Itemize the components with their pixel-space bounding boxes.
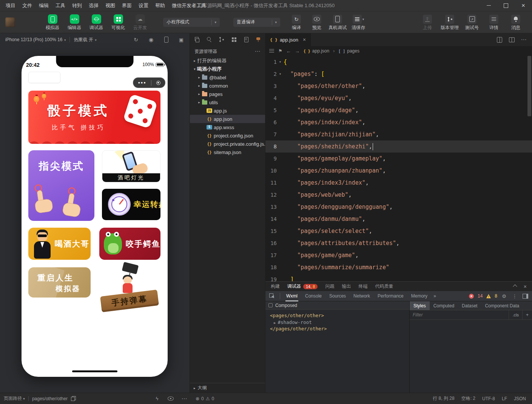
close-icon[interactable]	[515, 0, 532, 11]
maximize-icon[interactable]	[497, 0, 515, 11]
code-line[interactable]: 17 "pages/game/game",	[265, 249, 532, 261]
debugger-panel-tab-问题[interactable]: 问题	[325, 283, 334, 290]
toolbar-button-上传[interactable]: 上传	[419, 15, 436, 30]
rotate-icon[interactable]	[133, 37, 139, 43]
devtools-tab-Performance[interactable]: Performance	[377, 291, 404, 301]
menu-item-设置[interactable]: 设置	[135, 0, 152, 11]
outline-section[interactable]: ▸ 大纲	[190, 383, 265, 393]
tile-lucky-wheel[interactable]: 幸运转盘	[102, 189, 160, 220]
problems-indicator[interactable]: ⊗ 0 ⚠ 0	[196, 396, 214, 401]
editor-scrollbar[interactable]	[527, 56, 531, 116]
code-line[interactable]: 19 ]	[265, 273, 532, 281]
tree-item-sitemap.json[interactable]: {}sitemap.json	[190, 148, 265, 156]
window-icon[interactable]	[194, 37, 200, 43]
close-tab-icon[interactable]: ×	[303, 37, 306, 43]
menu-item-视图[interactable]: 视图	[102, 0, 119, 11]
code-line[interactable]: 4 "pages/eyu/eyu",	[265, 92, 532, 104]
menu-item-微信开发者工具[interactable]: 微信开发者工具	[168, 0, 210, 11]
cls-toggle[interactable]: .cls	[509, 310, 522, 319]
tree-item-utils[interactable]: ▸utils	[190, 98, 265, 106]
page-path-selector[interactable]: 页面路径 ▾	[4, 395, 25, 402]
avatar[interactable]	[5, 17, 15, 27]
explorer-section-喝酒小程序[interactable]: ▾喝酒小程序	[190, 65, 265, 73]
styles-tab-Computed[interactable]: Computed	[430, 301, 458, 310]
code-line[interactable]: 11 "pages/index3/index",	[265, 177, 532, 189]
devtools-tab-Network[interactable]: Network	[353, 291, 371, 301]
action-button-预览[interactable]: 预览	[308, 15, 325, 30]
more-actions-icon[interactable]	[254, 48, 261, 54]
device-icon[interactable]	[163, 37, 169, 43]
code-line[interactable]: 1▾{	[265, 56, 532, 68]
open-preview-icon[interactable]	[497, 37, 503, 43]
minimize-icon[interactable]	[480, 0, 497, 11]
bolt-icon[interactable]	[154, 396, 160, 402]
chevron-down-icon[interactable]: ▾	[362, 17, 364, 21]
menu-item-项目[interactable]: 项目	[2, 0, 19, 11]
toolbar-button-模拟器[interactable]: 模拟器	[44, 14, 61, 30]
code-line[interactable]: 13 "pages/dengguang/dengguang",	[265, 201, 532, 213]
tile-fingertip-mode[interactable]: 指尖模式	[28, 150, 94, 221]
back-icon[interactable]: ←	[286, 48, 291, 54]
tile-bar-light[interactable]: 酒吧灯光	[102, 150, 160, 182]
code-line[interactable]: 3 "pages/other/other",	[265, 80, 532, 92]
tile-handheld-danmu[interactable]: 手持弹幕	[100, 264, 160, 310]
code-line[interactable]: 8 "pages/shezhi/shezhi",	[265, 140, 532, 153]
debugger-panel-tab-调试器[interactable]: 调试器14,8	[287, 283, 318, 290]
screenshot-icon[interactable]	[178, 37, 184, 43]
warning-count-icon[interactable]	[486, 294, 491, 298]
code-editor[interactable]: 1▾{2▾ "pages": [3 "pages/other/other",4 …	[265, 56, 532, 281]
tree-item-project.config.json[interactable]: {}project.config.json	[190, 131, 265, 140]
forward-icon[interactable]: →	[295, 48, 300, 54]
tree-item-pages[interactable]: ▸pages	[190, 90, 265, 98]
copy-icon[interactable]	[71, 396, 76, 401]
eye-icon[interactable]	[168, 396, 174, 402]
composed-checkbox[interactable]	[268, 303, 273, 307]
action-button-清缓存[interactable]: ▾清缓存	[350, 15, 367, 30]
code-line[interactable]: 5 "pages/dage/dage",	[265, 104, 532, 116]
close-panel-icon[interactable]: ×	[524, 284, 527, 289]
status-item[interactable]: JSON	[514, 396, 526, 401]
toolbar-button-详情[interactable]: 详情	[485, 15, 503, 30]
bookmark-icon[interactable]	[278, 48, 282, 54]
devtools-tab-Wxml[interactable]: Wxml	[285, 291, 298, 301]
code-line[interactable]: 9 "pages/gameplay/gameplay",	[265, 153, 532, 165]
menu-item-编辑[interactable]: 编辑	[35, 0, 52, 11]
devtools-tab-Memory[interactable]: Memory	[410, 291, 428, 301]
styles-tab-Styles[interactable]: Styles	[410, 301, 430, 310]
fold-arrow-icon[interactable]: ▾	[277, 68, 284, 80]
debugger-panel-tab-代码质量[interactable]: 代码质量	[375, 283, 393, 290]
gear-icon[interactable]	[501, 293, 507, 299]
toolbar-button-可视化[interactable]: 可视化	[109, 14, 127, 30]
banner-tile-dice-mode[interactable]: 骰子模式 比手气 拼技巧	[28, 91, 160, 144]
more-icon[interactable]	[521, 37, 527, 43]
action-button-编译[interactable]: 编译	[288, 15, 305, 30]
wxml-close-tag[interactable]: </pages/other/other>	[270, 325, 405, 332]
menu-item-文件[interactable]: 文件	[19, 0, 35, 11]
tab-app-json[interactable]: { } app.json ×	[265, 33, 311, 46]
devtools-tab-Sources[interactable]: Sources	[328, 291, 347, 301]
tree-item-app.wxss[interactable]: Sapp.wxss	[190, 123, 265, 131]
code-line[interactable]: 10 "pages/zhuanpan/zhuanpan",	[265, 165, 532, 177]
action-button-真机调试[interactable]: 真机调试	[328, 15, 347, 30]
code-line[interactable]: 15 "pages/select/select",	[265, 225, 532, 237]
code-line[interactable]: 14 "pages/danmu/danmu",	[265, 213, 532, 225]
status-item[interactable]: 空格: 2	[461, 395, 475, 402]
code-line[interactable]: 12 "pages/web/web",	[265, 189, 532, 201]
tree-item-@babel[interactable]: ▸@babel	[190, 73, 265, 82]
code-line[interactable]: 18 "pages/summarize/summarize"	[265, 261, 532, 273]
toolbar-button-消息[interactable]: 消息	[507, 15, 524, 30]
toolbar-button-测试号[interactable]: 测试号	[463, 15, 481, 30]
code-line[interactable]: 7 "pages/zhijian/zhijian",	[265, 128, 532, 140]
status-item[interactable]: LF	[502, 396, 507, 401]
tile-drink-brother[interactable]: 喝酒大哥	[28, 228, 91, 260]
toolbar-button-调试器[interactable]: 调试器	[88, 14, 105, 30]
breadcrumb-node[interactable]: [ ] pages	[338, 48, 359, 54]
brush-icon[interactable]	[255, 37, 261, 43]
code-line[interactable]: 6 "pages/index/index",	[265, 116, 532, 128]
styles-tab-Component Data[interactable]: Component Data	[481, 301, 523, 310]
tree-item-app.json[interactable]: {}app.json	[190, 115, 265, 123]
code-line[interactable]: 2▾ "pages": [	[265, 68, 532, 80]
tree-item-app.js[interactable]: JSapp.js	[190, 106, 265, 115]
split-editor-icon[interactable]	[509, 37, 515, 43]
status-item[interactable]: UTF-8	[482, 396, 495, 401]
